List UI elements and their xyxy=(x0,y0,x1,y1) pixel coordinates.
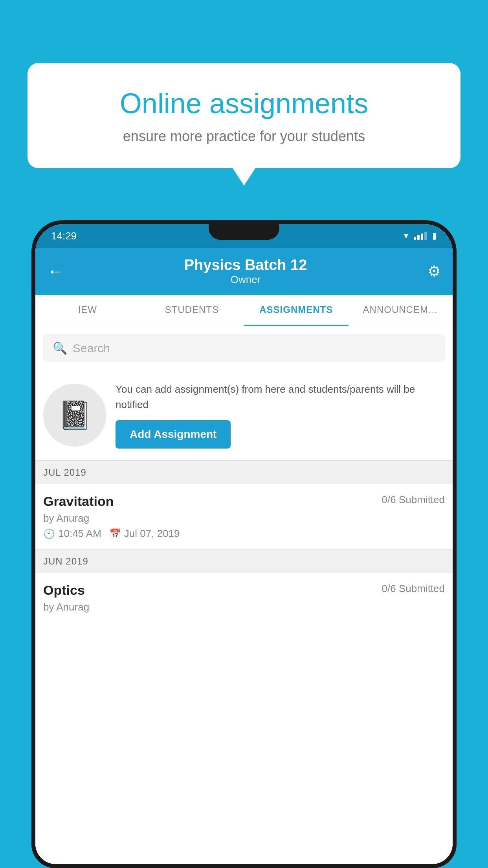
signal-icon xyxy=(414,232,427,240)
header-subtitle: Owner xyxy=(184,274,307,286)
assignment-name-optics: Optics xyxy=(43,583,85,598)
header-title: Physics Batch 12 xyxy=(184,257,307,274)
phone-body: 14:29 ▾ ▮ ← xyxy=(31,220,457,868)
tabs-bar: IEW STUDENTS ASSIGNMENTS ANNOUNCEM… xyxy=(35,295,453,326)
status-icons: ▾ ▮ xyxy=(404,231,437,241)
settings-icon[interactable]: ⚙ xyxy=(427,263,441,280)
promo-title: Online assignments xyxy=(55,86,433,120)
status-time: 14:29 xyxy=(51,230,77,242)
search-placeholder: Search xyxy=(73,342,110,355)
speech-bubble: Online assignments ensure more practice … xyxy=(28,63,460,168)
tab-assignments[interactable]: ASSIGNMENTS xyxy=(244,295,349,326)
app-header: ← Physics Batch 12 Owner ⚙ xyxy=(35,248,453,295)
section-header-jun: JUN 2019 xyxy=(35,550,453,573)
tab-announcements[interactable]: ANNOUNCEM… xyxy=(349,295,453,326)
assignment-time: 10:45 AM xyxy=(58,528,101,540)
add-assignment-button[interactable]: Add Assignment xyxy=(116,420,231,449)
assignment-time-date: 🕙 10:45 AM 📅 Jul 07, 2019 xyxy=(43,528,445,540)
promo-section: Online assignments ensure more practice … xyxy=(28,63,460,168)
phone-mockup: 14:29 ▾ ▮ ← xyxy=(31,220,457,868)
assignment-icon-circle: 📓 xyxy=(43,384,106,447)
assignment-author-optics: by Anurag xyxy=(43,601,445,613)
empty-state-section: 📓 You can add assignment(s) from here an… xyxy=(35,370,453,461)
search-icon: 🔍 xyxy=(53,341,67,355)
content-area: 🔍 Search 📓 You can add assignment(s) fro… xyxy=(35,326,453,864)
submitted-count: 0/6 Submitted xyxy=(382,494,445,506)
assignment-item-gravitation[interactable]: Gravitation 0/6 Submitted by Anurag 🕙 10… xyxy=(35,484,453,550)
notebook-icon: 📓 xyxy=(58,399,92,431)
assignment-name: Gravitation xyxy=(43,494,114,509)
header-center: Physics Batch 12 Owner xyxy=(184,257,307,286)
calendar-icon: 📅 xyxy=(109,528,121,539)
assignment-item-optics[interactable]: Optics 0/6 Submitted by Anurag xyxy=(35,573,453,623)
empty-state-description: You can add assignment(s) from here and … xyxy=(116,382,445,412)
submitted-count-optics: 0/6 Submitted xyxy=(382,583,445,595)
clock-icon: 🕙 xyxy=(43,528,55,539)
search-bar[interactable]: 🔍 Search xyxy=(43,334,445,362)
wifi-icon: ▾ xyxy=(404,231,408,241)
empty-state-content: You can add assignment(s) from here and … xyxy=(116,382,445,449)
back-button[interactable]: ← xyxy=(47,262,64,281)
assignment-date: Jul 07, 2019 xyxy=(124,528,180,540)
promo-subtitle: ensure more practice for your students xyxy=(55,128,433,145)
assignment-author: by Anurag xyxy=(43,512,445,524)
battery-icon: ▮ xyxy=(432,231,437,241)
tab-students[interactable]: STUDENTS xyxy=(140,295,244,326)
phone-screen: 14:29 ▾ ▮ ← xyxy=(35,224,453,864)
phone-notch xyxy=(209,220,279,240)
tab-overview[interactable]: IEW xyxy=(35,295,140,326)
section-header-jul: JUL 2019 xyxy=(35,461,453,484)
